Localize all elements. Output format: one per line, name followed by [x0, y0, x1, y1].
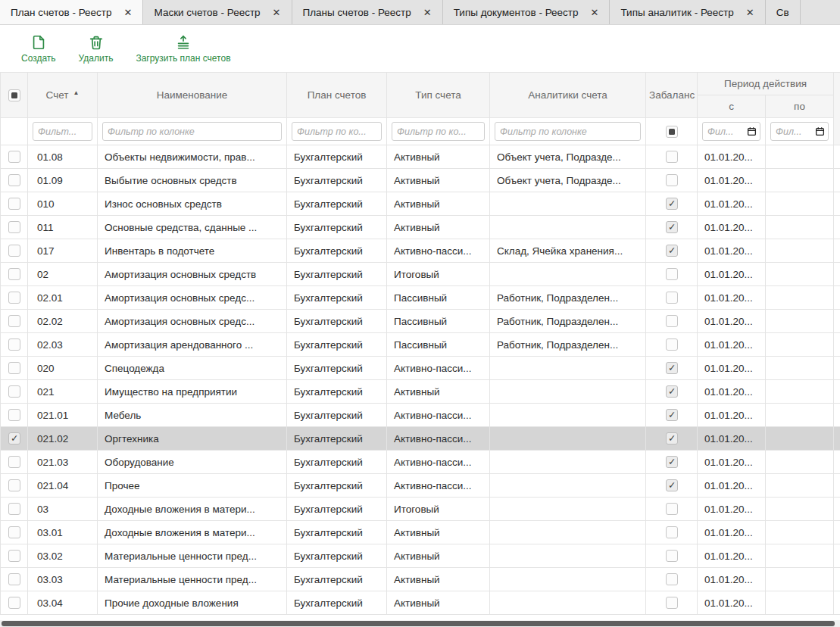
close-icon[interactable]: ✕: [423, 8, 432, 17]
offbalance-checkbox[interactable]: [666, 362, 678, 374]
tab-plany-schetov-reestr[interactable]: Планы счетов - Реестр ✕: [292, 0, 443, 24]
table-row[interactable]: 011Основные средства, сданные ...Бухгалт…: [1, 216, 840, 239]
row-select-checkbox[interactable]: [8, 315, 20, 327]
offbalance-checkbox[interactable]: [666, 315, 678, 327]
delete-button[interactable]: Удалить: [71, 31, 121, 67]
offbalance-checkbox[interactable]: [666, 550, 678, 562]
table-row[interactable]: 021.03ОборудованиеБухгалтерскийАктивно-п…: [1, 451, 840, 474]
column-header-period-from[interactable]: с: [698, 95, 766, 118]
table-row[interactable]: 021Имущество на предприятииБухгалтерский…: [1, 380, 840, 404]
offbalance-checkbox[interactable]: [666, 526, 678, 538]
row-select-checkbox[interactable]: [8, 503, 20, 515]
table-row[interactable]: 01.08Объекты недвижимости, прав...Бухгал…: [1, 145, 840, 169]
load-chart-of-accounts-button[interactable]: Загрузить план счетов: [128, 31, 238, 67]
row-select-checkbox[interactable]: [8, 221, 20, 233]
row-select-checkbox[interactable]: [8, 479, 20, 491]
column-header-type[interactable]: Тип счета: [387, 73, 490, 118]
table-row[interactable]: 021.04ПрочееБухгалтерскийАктивно-пасси..…: [1, 474, 840, 498]
row-select-checkbox[interactable]: [8, 597, 20, 609]
row-select-checkbox[interactable]: [8, 362, 20, 374]
offbalance-checkbox[interactable]: [666, 268, 678, 280]
column-header-analytics[interactable]: Аналитики счета: [490, 73, 646, 118]
column-header-account[interactable]: Счет▲: [28, 73, 98, 118]
tab-maski-schetov-reestr[interactable]: Маски счетов - Реестр ✕: [143, 0, 292, 24]
offbalance-checkbox[interactable]: [666, 597, 678, 609]
period-to-filter[interactable]: [770, 122, 829, 141]
offbalance-checkbox[interactable]: [666, 409, 678, 421]
close-icon[interactable]: ✕: [124, 8, 133, 17]
cell-period-to: [766, 568, 834, 591]
horizontal-scrollbar[interactable]: [0, 620, 840, 627]
table-row[interactable]: 03Доходные вложения в матери...Бухгалтер…: [1, 498, 840, 521]
table-row[interactable]: 02Амортизация основных средствБухгалтерс…: [1, 263, 840, 286]
period-from-filter-input[interactable]: [707, 126, 745, 137]
row-select-checkbox[interactable]: [8, 292, 20, 304]
table-row[interactable]: 03.03Материальные ценности пред...Бухгал…: [1, 568, 840, 591]
table-row[interactable]: 02.03Амортизация арендованного ...Бухгал…: [1, 333, 840, 357]
select-all-checkbox[interactable]: [8, 89, 20, 101]
calendar-icon[interactable]: [815, 126, 825, 136]
create-button[interactable]: Создать: [14, 31, 64, 67]
offbalance-checkbox[interactable]: [666, 479, 678, 491]
table-row[interactable]: 02.02Амортизация основных средс...Бухгал…: [1, 310, 840, 333]
period-to-filter-input[interactable]: [776, 126, 813, 137]
offbalance-checkbox[interactable]: [666, 174, 678, 186]
offbalance-checkbox[interactable]: [666, 432, 678, 445]
table-row[interactable]: 020СпецодеждаБухгалтерскийАктивно-пасси.…: [1, 357, 840, 380]
row-select-checkbox[interactable]: [8, 198, 20, 210]
calendar-icon[interactable]: [747, 126, 757, 136]
table-row[interactable]: 021.02ОргтехникаБухгалтерскийАктивно-пас…: [1, 427, 840, 451]
table-row[interactable]: 01.09Выбытие основных средствБухгалтерск…: [1, 169, 840, 192]
cell-analytics: Работник, Подразделен...: [490, 286, 646, 310]
tab-tipy-analitik-reestr[interactable]: Типы аналитик - Реестр ✕: [610, 0, 765, 24]
table-row[interactable]: 017Инвентарь в подотчетеБухгалтерскийАкт…: [1, 239, 840, 263]
close-icon[interactable]: ✕: [273, 8, 281, 17]
offbalance-checkbox[interactable]: [666, 292, 678, 304]
row-select-checkbox[interactable]: [8, 550, 20, 562]
plan-filter-input[interactable]: [292, 122, 382, 141]
offbalance-checkbox[interactable]: [666, 385, 678, 398]
row-select-checkbox[interactable]: [8, 338, 20, 351]
offbalance-checkbox[interactable]: [666, 573, 678, 585]
tab-truncated[interactable]: Св: [766, 0, 801, 24]
offbalance-checkbox[interactable]: [666, 503, 678, 515]
table-row[interactable]: 03.01Доходные вложения в матери...Бухгал…: [1, 521, 840, 544]
table-row[interactable]: 021.01МебельБухгалтерскийАктивно-пасси..…: [1, 404, 840, 427]
row-select-checkbox[interactable]: [8, 409, 20, 421]
row-select-checkbox[interactable]: [8, 151, 20, 163]
tab-plan-schetov-reestr[interactable]: План счетов - Реестр ✕: [0, 0, 143, 25]
offbalance-checkbox[interactable]: [666, 456, 678, 468]
table-row[interactable]: 02.01Амортизация основных средс...Бухгал…: [1, 286, 840, 310]
table-row[interactable]: 03.04Прочие доходные вложенияБухгалтерск…: [1, 591, 840, 615]
row-select-checkbox[interactable]: [8, 245, 20, 257]
row-select-checkbox[interactable]: [8, 174, 20, 186]
offbalance-checkbox[interactable]: [666, 221, 678, 233]
row-select-checkbox[interactable]: [8, 526, 20, 538]
row-select-checkbox[interactable]: [8, 573, 20, 585]
row-select-cell: [1, 568, 28, 591]
row-select-checkbox[interactable]: [8, 432, 20, 445]
period-from-filter[interactable]: [702, 122, 760, 141]
account-filter-input[interactable]: [33, 122, 92, 141]
offbalance-checkbox[interactable]: [666, 151, 678, 163]
row-select-checkbox[interactable]: [8, 456, 20, 468]
column-header-offbalance[interactable]: Забаланс: [646, 73, 698, 118]
name-filter-input[interactable]: [102, 122, 282, 141]
horizontal-scrollbar-thumb[interactable]: [2, 621, 835, 626]
offbalance-checkbox[interactable]: [666, 198, 678, 210]
table-row[interactable]: 010Износ основных средствБухгалтерскийАк…: [1, 192, 840, 216]
column-header-period-to[interactable]: по: [766, 95, 834, 118]
close-icon[interactable]: ✕: [591, 8, 599, 17]
type-filter-input[interactable]: [392, 122, 485, 141]
offbalance-checkbox[interactable]: [666, 245, 678, 257]
analytics-filter-input[interactable]: [495, 122, 641, 141]
close-icon[interactable]: ✕: [746, 8, 754, 17]
row-select-checkbox[interactable]: [8, 385, 20, 398]
tab-tipy-dokumentov-reestr[interactable]: Типы документов - Реестр ✕: [443, 0, 610, 24]
column-header-plan[interactable]: План счетов: [287, 73, 387, 118]
column-header-name[interactable]: Наименование: [98, 73, 287, 118]
table-row[interactable]: 03.02Материальные ценности пред...Бухгал…: [1, 544, 840, 568]
offbalance-filter-checkbox[interactable]: [666, 126, 678, 138]
offbalance-checkbox[interactable]: [666, 338, 678, 351]
row-select-checkbox[interactable]: [8, 268, 20, 280]
